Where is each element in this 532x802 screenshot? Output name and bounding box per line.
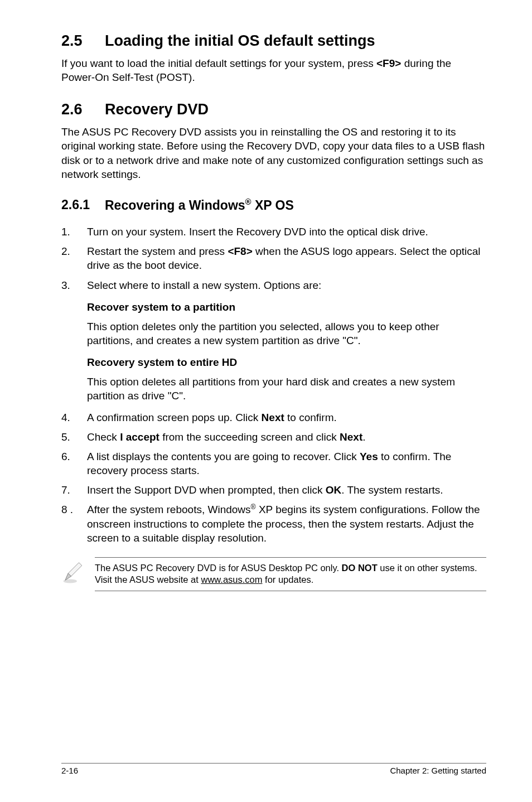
heading-number: 2.6 xyxy=(61,100,105,119)
option-head-2: Recovery system to entire HD xyxy=(87,355,486,369)
heading-number: 2.5 xyxy=(61,31,105,51)
heading-2-6: 2.6Recovery DVD xyxy=(61,100,486,119)
heading-text: Loading the initial OS default settings xyxy=(105,32,375,49)
steps-list-b: 4. A confirmation screen pops up. Click … xyxy=(61,410,486,545)
heading-number: 2.6.1 xyxy=(61,197,105,212)
step-2: 2. Restart the system and press <F8> whe… xyxy=(61,244,486,272)
step-7: 7. Insert the Support DVD when prompted,… xyxy=(61,483,486,497)
step-5: 5. Check I accept from the succeeding sc… xyxy=(61,430,486,444)
step-6: 6. A list displays the contents you are … xyxy=(61,450,486,477)
option-text-1: This option deletes only the partition y… xyxy=(87,320,486,347)
heading-2-5: 2.5Loading the initial OS default settin… xyxy=(61,31,486,51)
paragraph-2-6: The ASUS PC Recovery DVD assists you in … xyxy=(61,125,486,181)
note-box: The ASUS PC Recovery DVD is for ASUS Des… xyxy=(61,557,486,591)
note-text: The ASUS PC Recovery DVD is for ASUS Des… xyxy=(95,557,486,591)
page-content: 2.5Loading the initial OS default settin… xyxy=(0,0,532,802)
step-4: 4. A confirmation screen pops up. Click … xyxy=(61,410,486,424)
heading-text: Recovery DVD xyxy=(105,101,209,118)
option-text-2: This option deletes all partitions from … xyxy=(87,375,486,403)
chapter-label: Chapter 2: Getting started xyxy=(390,766,486,775)
steps-list-a: 1. Turn on your system. Insert the Recov… xyxy=(61,225,486,292)
step-8: 8 . After the system reboots, Windows® X… xyxy=(61,503,486,545)
page-number: 2-16 xyxy=(61,766,78,775)
paragraph-2-5: If you want to load the initial default … xyxy=(61,56,486,84)
options-block: Recover system to a partition This optio… xyxy=(87,300,486,403)
page-footer: 2-16 Chapter 2: Getting started xyxy=(61,763,486,775)
step-1: 1. Turn on your system. Insert the Recov… xyxy=(61,225,486,239)
heading-2-6-1: 2.6.1Recovering a Windows® XP OS xyxy=(61,197,486,213)
pencil-icon xyxy=(61,557,95,587)
step-3: 3. Select where to install a new system.… xyxy=(61,278,486,292)
option-head-1: Recover system to a partition xyxy=(87,300,486,314)
